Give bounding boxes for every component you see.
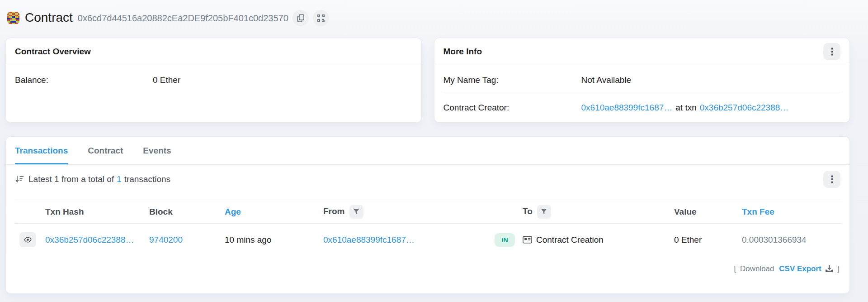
filter-icon xyxy=(541,209,547,215)
page-header: Contract 0x6cd7d44516a20882cEa2DE9f205bF… xyxy=(5,0,850,28)
header-txn-hash: Txn Hash xyxy=(45,200,149,224)
more-info-divider xyxy=(443,94,841,94)
from-filter-button[interactable] xyxy=(349,205,363,219)
csv-export-row: [ Download CSV Export ] xyxy=(6,256,849,274)
tab-contract[interactable]: Contract xyxy=(88,146,123,164)
creator-separator: at txn xyxy=(675,103,696,112)
transactions-table: Txn Hash Block Age From To Value Txn Fee xyxy=(15,200,841,256)
cell-value: 0 Ether xyxy=(674,224,742,256)
tab-events[interactable]: Events xyxy=(143,146,171,164)
eye-icon xyxy=(24,237,32,243)
transactions-summary: Latest 1 from a total of 1 transactions xyxy=(15,174,170,184)
sort-amount-icon xyxy=(15,176,24,183)
header-eye-spacer xyxy=(15,200,45,224)
transactions-card: Transactions Contract Events Latest 1 fr… xyxy=(5,136,850,294)
page-title: Contract xyxy=(25,10,73,25)
cell-age: 10 mins ago xyxy=(225,224,323,256)
cell-to: Contract Creation xyxy=(523,224,674,256)
cell-from: 0x610ae88399fc1687… xyxy=(323,224,495,256)
contract-overview-title: Contract Overview xyxy=(15,47,91,57)
cell-eye xyxy=(15,224,45,256)
table-row: 0x36b257d06c22388… 9740200 10 mins ago 0… xyxy=(15,224,841,256)
more-info-card: More Info My Name Tag: Not Available Co xyxy=(434,38,850,123)
contract-address: 0x6cd7d44516a20882cEa2DE9f205bF401c0d235… xyxy=(78,13,288,24)
copy-icon xyxy=(297,14,304,22)
header-value: Value xyxy=(674,200,742,224)
qr-icon xyxy=(317,14,325,22)
kebab-icon xyxy=(831,175,833,183)
contract-identicon xyxy=(7,12,19,24)
from-address-link[interactable]: 0x610ae88399fc1687… xyxy=(323,235,415,244)
block-link[interactable]: 9740200 xyxy=(149,235,183,244)
name-tag-label: My Name Tag: xyxy=(443,75,581,85)
csv-bracket-open: [ xyxy=(734,264,736,273)
tab-transactions[interactable]: Transactions xyxy=(15,146,68,164)
contract-icon xyxy=(523,236,532,244)
more-info-title: More Info xyxy=(443,47,482,57)
header-from: From xyxy=(323,200,495,224)
cards-row: Contract Overview Balance: 0 Ether More … xyxy=(5,38,850,123)
contract-creator-row: Contract Creator: 0x610ae88399fc1687…at … xyxy=(443,103,841,113)
tabbar: Transactions Contract Events xyxy=(6,137,849,165)
table-header-row: Txn Hash Block Age From To Value Txn Fee xyxy=(15,200,841,224)
txn-hash-link[interactable]: 0x36b257d06c22388… xyxy=(45,235,134,244)
method-label: Contract Creation xyxy=(536,235,604,245)
header-to: To xyxy=(523,200,674,224)
filter-icon xyxy=(354,209,359,215)
csv-bracket-close: ] xyxy=(837,264,840,273)
copy-address-button[interactable] xyxy=(292,10,309,26)
transactions-count-link[interactable]: 1 xyxy=(117,174,122,184)
qr-code-button[interactable] xyxy=(313,10,329,26)
transactions-summary-row: Latest 1 from a total of 1 transactions xyxy=(6,165,849,188)
direction-badge: IN xyxy=(495,233,515,247)
header-direction-spacer xyxy=(495,200,523,224)
more-info-menu-button[interactable] xyxy=(823,43,840,60)
name-tag-value: Not Available xyxy=(581,75,632,85)
header-age[interactable]: Age xyxy=(225,200,323,224)
creator-txn-link[interactable]: 0x36b257d06c22388… xyxy=(700,103,789,112)
to-filter-button[interactable] xyxy=(537,205,551,219)
name-tag-row: My Name Tag: Not Available xyxy=(443,75,841,85)
cell-direction: IN xyxy=(495,224,523,256)
cell-txn-fee: 0.000301366934 xyxy=(742,224,841,256)
more-info-body: My Name Tag: Not Available Contract Crea… xyxy=(434,65,850,123)
summary-text-after: transactions xyxy=(124,174,170,184)
contract-overview-body: Balance: 0 Ether xyxy=(6,65,421,95)
contract-creator-label: Contract Creator: xyxy=(443,103,581,113)
header-to-label: To xyxy=(523,206,533,216)
balance-value: 0 Ether xyxy=(153,75,180,85)
contract-overview-header: Contract Overview xyxy=(6,38,421,65)
balance-row: Balance: 0 Ether xyxy=(15,75,412,85)
balance-label: Balance: xyxy=(15,75,153,85)
csv-download-text: Download xyxy=(740,264,774,273)
contract-creator-value: 0x610ae88399fc1687…at txn0x36b257d06c223… xyxy=(581,103,789,113)
txn-preview-button[interactable] xyxy=(19,232,36,247)
summary-text-before: Latest 1 from a total of xyxy=(28,174,114,184)
csv-export-link[interactable]: CSV Export xyxy=(779,264,821,273)
transactions-menu-button[interactable] xyxy=(823,171,840,188)
cell-block: 9740200 xyxy=(149,224,225,256)
header-txn-fee[interactable]: Txn Fee xyxy=(742,200,841,224)
more-info-header: More Info xyxy=(434,38,850,65)
download-icon xyxy=(826,265,833,274)
page-container: Contract 0x6cd7d44516a20882cEa2DE9f205bF… xyxy=(0,0,868,294)
header-from-label: From xyxy=(323,206,345,216)
contract-overview-card: Contract Overview Balance: 0 Ether xyxy=(5,38,422,123)
kebab-icon xyxy=(831,48,833,56)
creator-address-link[interactable]: 0x610ae88399fc1687… xyxy=(581,103,673,112)
identicon-icon xyxy=(7,12,19,24)
header-block: Block xyxy=(149,200,225,224)
cell-txn-hash: 0x36b257d06c22388… xyxy=(45,224,149,256)
